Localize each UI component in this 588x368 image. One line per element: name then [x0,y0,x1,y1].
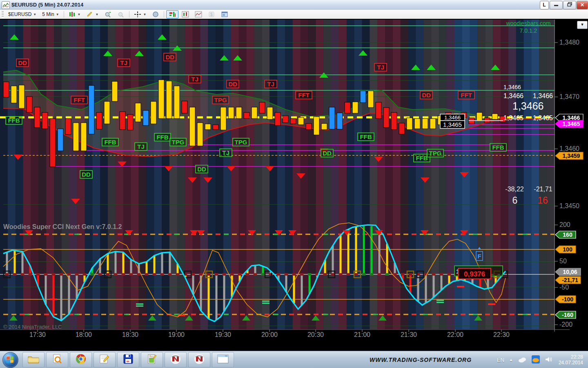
price-readout: 1,3465 [533,114,553,121]
magnify-button[interactable] [149,10,162,18]
minimize-button[interactable] [550,1,563,9]
system-tray: EN ▲ 22:28 24.07.2014 [494,351,586,368]
taskbar-app-ninjatrader-1[interactable] [165,352,187,368]
cci-zero-square [339,273,343,276]
background-stripe [8,20,16,329]
background-stripe [454,20,462,329]
taskbar-app-window[interactable] [212,352,234,368]
candle [189,107,195,146]
candle [314,117,319,135]
stat-value: 6 [512,195,518,206]
dollar-icon: $ [208,11,215,18]
bars-style-button[interactable]: ▼ [66,10,83,18]
cci-histogram-bar [347,229,350,274]
svg-text:Π++: Π++ [149,355,154,358]
background-stripe [154,20,162,329]
taskbar-app-floppy[interactable]: 64 [117,352,139,368]
chevron-down-icon: ▼ [143,13,146,16]
ninjatrader-icon [170,353,181,366]
background-stripe [354,20,362,329]
instrument-label: $EURUSD [8,11,31,17]
tray-expand-icon[interactable]: ▲ [509,358,513,362]
pattern-label: FFT [74,96,85,103]
language-indicator[interactable]: EN [497,357,504,363]
cci-zero-square [75,273,79,276]
draw-tool-button[interactable]: ▼ [84,10,101,18]
axis-price-tag-label: -100 [562,296,573,303]
weather-tray-icon[interactable] [532,355,540,365]
pattern-label: TJ [191,76,198,83]
taskbar-app-notepad[interactable] [94,352,116,368]
cci-histogram-bar [130,260,132,274]
candle [112,81,118,101]
zoom-out-button[interactable] [115,10,127,18]
background-stripe [270,20,277,329]
cci-histogram-bar [22,251,24,274]
zoom-in-button[interactable]: + [102,10,114,18]
cci-histogram-bar [161,253,163,274]
taskbar-app-search[interactable] [46,352,68,368]
background-stripe [277,20,285,329]
tooltip-bid: 1,3466 [444,114,461,121]
panel-button[interactable] [218,10,231,18]
background-stripe [362,20,370,329]
app-chart-icon [2,1,10,9]
pattern-label: TJ [137,143,145,150]
instrument-selector[interactable]: $EURUSD▼ [6,11,39,18]
taskbar-app-explorer[interactable] [22,352,45,368]
start-button[interactable] [2,352,18,368]
window-title: $EURUSD (5 Min) 24.07.2014 [11,2,83,8]
cci-zero-square [246,273,249,276]
candle [477,112,482,121]
candle [321,123,327,130]
chevron-down-icon: ▼ [78,13,81,16]
crosshair-icon [134,11,141,18]
background-stripe [516,20,524,329]
candle [58,129,63,151]
chart-area[interactable]: DDTJDDTJDDTJFFTTPGFFTTJDDFFTFFBFFBTJFFBT… [0,19,588,351]
background-stripe [92,20,100,329]
background-stripe [339,20,347,329]
cci-histogram-bar [76,274,78,298]
cci-green-tick [136,305,143,307]
chart-type-candles-button[interactable] [179,10,192,18]
axis-price-tag-label: -160 [562,312,573,318]
cci-red-tick [488,303,495,305]
cci-zero-square [261,273,265,276]
clock[interactable]: 22:28 24.07.2014 [559,354,583,366]
restore-button[interactable] [563,1,576,9]
cci-histogram-bar [146,262,148,274]
volume-icon[interactable] [545,356,553,364]
cloud-icon[interactable] [518,356,527,364]
background-stripe [185,20,193,329]
pattern-label: FFB [8,117,20,124]
zoom-in-icon: + [104,11,111,18]
chart-dropdown-button[interactable]: ▼ [577,21,588,29]
candle [220,107,226,130]
chart-type-line-button[interactable] [192,10,205,18]
background-stripe [439,20,447,329]
taskbar-brand-text: WWW.TRADING-SOFTWARE.ORG [370,357,472,363]
dollar-button[interactable]: $ [205,10,218,18]
pattern-label: TPG [429,150,442,157]
search-document-icon [52,354,62,366]
toolbar-drag-handle[interactable] [2,11,4,18]
taskbar-app-editor[interactable]: Π++ [141,352,163,368]
cci-red-tick [50,298,57,300]
interval-selector[interactable]: 5 Min▼ [40,11,61,18]
axis-price-tag-label: 10,06 [563,269,577,275]
cci-histogram-bar [371,226,373,274]
close-button[interactable]: ✕ [577,1,588,9]
background-stripe [323,20,331,329]
taskbar-app-ninjatrader-2[interactable] [188,352,210,368]
chart-type-bars-button[interactable] [166,10,178,18]
chart-canvas[interactable]: DDTJDDTJDDTJFFTTPGFFTTJDDFFTFFBFFBTJFFBT… [0,19,588,351]
crosshair-button[interactable]: ▼ [131,10,149,18]
candle [337,113,343,129]
chevron-down-icon: ▼ [95,13,98,16]
cci-zero-square [385,273,389,276]
taskbar-app-chrome[interactable] [70,352,92,368]
lock-button[interactable]: L [540,1,549,9]
cci-zero-square [448,273,451,276]
cci-zero-square [13,273,17,276]
